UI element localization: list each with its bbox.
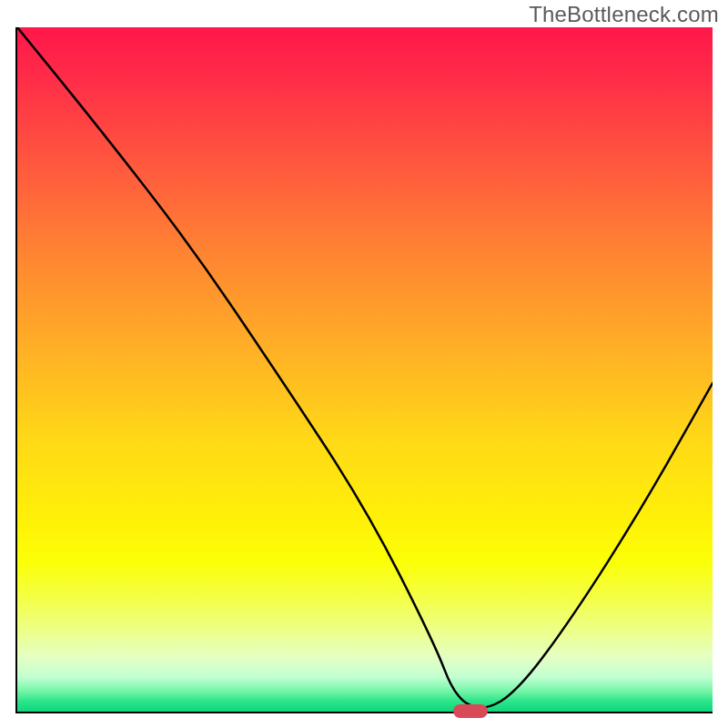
optimal-marker: [453, 704, 488, 718]
chart-frame: TheBottleneck.com: [0, 0, 728, 728]
bottleneck-curve: [17, 27, 713, 712]
watermark-text: TheBottleneck.com: [529, 2, 719, 27]
plot-area: [15, 27, 713, 713]
